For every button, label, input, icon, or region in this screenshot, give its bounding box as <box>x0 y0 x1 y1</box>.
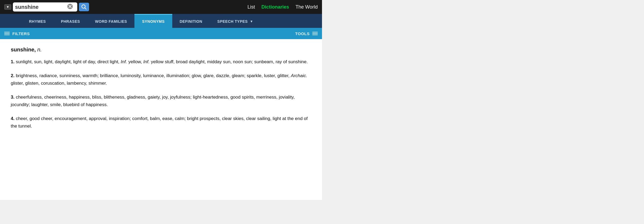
filters-button[interactable]: FILTERS <box>4 31 30 36</box>
synonym-entry-2: 2. brightness, radiance, sunniness, warm… <box>11 72 311 87</box>
search-input[interactable] <box>15 4 66 10</box>
tabs-bar: RHYMES PHRASES WORD FAMILIES SYNONYMS DE… <box>0 14 322 28</box>
search-area: ▼ <box>4 2 89 12</box>
search-button[interactable] <box>79 3 89 11</box>
entry-number-4: 4. <box>11 116 14 121</box>
nav-the-world[interactable]: The World <box>295 4 318 10</box>
header: ▼ List Dictionaries The World <box>0 0 322 14</box>
tab-word-families[interactable]: WORD FAMILIES <box>87 14 134 28</box>
word-title: sunshine, n. <box>11 47 311 53</box>
tab-definition[interactable]: DEFINITION <box>172 14 210 28</box>
tools-label: TOOLS <box>295 31 310 36</box>
nav-links: List Dictionaries The World <box>247 4 318 10</box>
filters-icon <box>4 32 10 35</box>
synonym-entry-4: 4. cheer, good cheer, encouragement, app… <box>11 115 311 130</box>
synonym-entry-1: 1. sunlight, sun, light, daylight, light… <box>11 58 311 66</box>
tools-icon <box>312 32 318 35</box>
word-pos: n. <box>37 47 42 53</box>
tools-button[interactable]: TOOLS <box>295 31 318 36</box>
synonym-entry-3: 3. cheerfulness, cheeriness, happiness, … <box>11 94 311 109</box>
tab-synonyms[interactable]: SYNONYMS <box>134 14 172 28</box>
tab-speech-types[interactable]: SPEECH TYPES ▼ <box>210 14 261 28</box>
tab-rhymes[interactable]: RHYMES <box>21 14 53 28</box>
content-area: sunshine, n. 1. sunlight, sun, light, da… <box>0 39 322 200</box>
clear-search-button[interactable] <box>67 3 73 10</box>
filters-bar: FILTERS TOOLS <box>0 28 322 39</box>
search-dropdown-btn[interactable]: ▼ <box>4 4 11 10</box>
entry-number-2: 2. <box>11 73 14 78</box>
tab-speech-types-label: SPEECH TYPES <box>217 19 248 24</box>
entry-number-1: 1. <box>11 59 14 64</box>
filters-label: FILTERS <box>12 31 30 36</box>
nav-dictionaries[interactable]: Dictionaries <box>261 4 289 10</box>
word-text: sunshine <box>11 47 34 53</box>
nav-list[interactable]: List <box>247 4 255 10</box>
tab-phrases[interactable]: PHRASES <box>53 14 87 28</box>
entry-number-3: 3. <box>11 95 14 100</box>
svg-line-4 <box>85 8 86 9</box>
search-input-wrapper <box>13 2 77 12</box>
speech-types-caret-icon: ▼ <box>250 20 253 23</box>
